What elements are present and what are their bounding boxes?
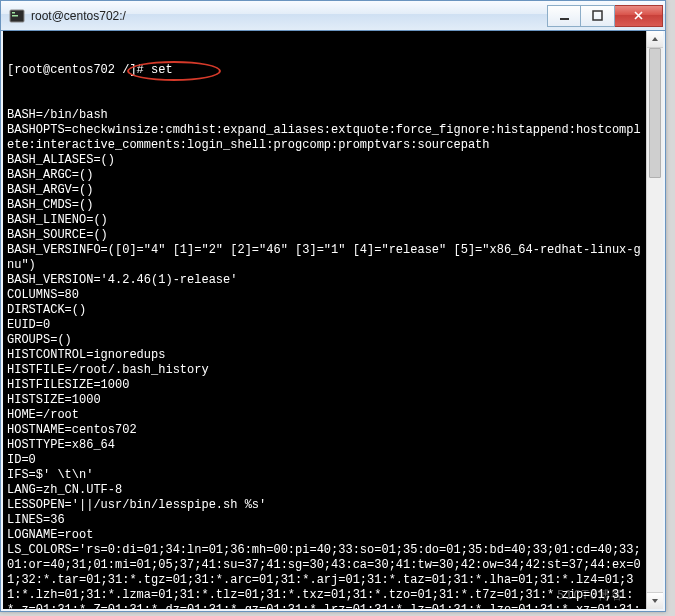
scrollbar: [646, 31, 663, 609]
scrollbar-track[interactable]: [647, 48, 663, 592]
svg-rect-1: [12, 12, 15, 14]
minimize-button[interactable]: [547, 5, 581, 27]
svg-rect-2: [12, 15, 18, 17]
output-lines: BASH=/bin/bash BASHOPTS=checkwinsize:cmd…: [7, 108, 644, 609]
close-button[interactable]: [615, 5, 663, 27]
scroll-up-button[interactable]: [647, 31, 663, 48]
svg-rect-3: [560, 18, 569, 20]
prompt-line: [root@centos702 /]# set: [7, 63, 644, 78]
window-controls: [547, 5, 663, 27]
svg-rect-4: [593, 11, 602, 20]
app-icon: [9, 8, 25, 24]
titlebar[interactable]: root@centos702:/: [1, 1, 665, 31]
watermark: 51CTO博客: [557, 588, 624, 603]
prompt-text: [root@centos702 /]#: [7, 63, 151, 77]
scroll-down-button[interactable]: [647, 592, 663, 609]
terminal-window: root@centos702:/ [root@centos702 /]# set…: [0, 0, 666, 612]
window-title: root@centos702:/: [31, 9, 547, 23]
terminal-output[interactable]: [root@centos702 /]# set BASH=/bin/bash B…: [3, 31, 646, 609]
terminal-area: [root@centos702 /]# set BASH=/bin/bash B…: [3, 31, 663, 609]
scrollbar-thumb[interactable]: [649, 48, 661, 178]
maximize-button[interactable]: [581, 5, 615, 27]
command-text: set: [151, 63, 173, 77]
